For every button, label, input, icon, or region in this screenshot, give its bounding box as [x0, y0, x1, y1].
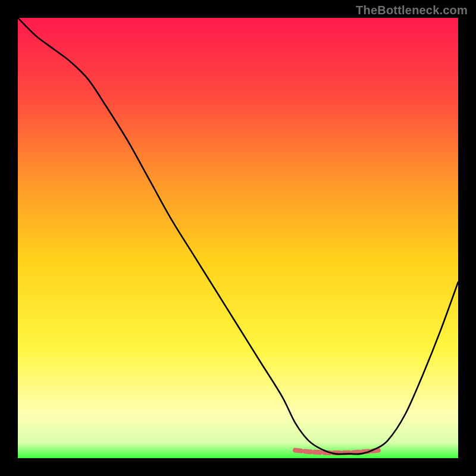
watermark-label: TheBottleneck.com: [356, 4, 468, 17]
bottleneck-curve: [18, 18, 458, 454]
curve-layer: [18, 18, 458, 458]
plot-area: [18, 18, 458, 458]
chart-frame: TheBottleneck.com: [0, 0, 476, 476]
